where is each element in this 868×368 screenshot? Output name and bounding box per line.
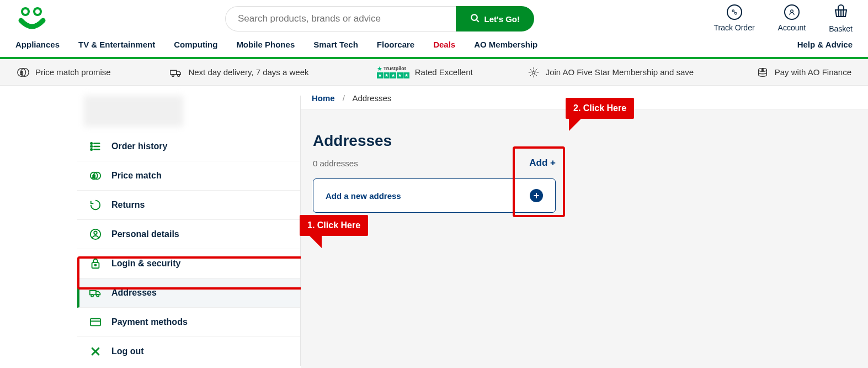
track-icon bbox=[727, 4, 742, 20]
nav-smart[interactable]: Smart Tech bbox=[313, 40, 358, 49]
nav-deals[interactable]: Deals bbox=[433, 40, 455, 49]
svg-rect-38 bbox=[90, 319, 100, 326]
ao-logo[interactable] bbox=[15, 5, 49, 33]
sidebar-item-label: Order history bbox=[111, 141, 167, 151]
svg-point-18 bbox=[178, 74, 180, 76]
search-input[interactable] bbox=[225, 6, 456, 31]
promo-finance[interactable]: £ Pay with AO Finance bbox=[703, 67, 851, 78]
sidebar-item-logout[interactable]: Log out bbox=[77, 337, 300, 366]
trustpilot-badge: ★Trustpilot ★★★★★ bbox=[377, 66, 409, 78]
sidebar-item-label: Log out bbox=[111, 346, 144, 356]
svg-point-26 bbox=[90, 149, 92, 150]
sidebar-item-price-match[interactable]: £ Price match bbox=[77, 161, 300, 191]
sidebar-item-payment-methods[interactable]: Payment methods bbox=[77, 308, 300, 337]
nav-help[interactable]: Help & Advice bbox=[797, 40, 853, 49]
nav-floorcare[interactable]: Floorcare bbox=[377, 40, 414, 49]
annotation-callout-1: 1. Click Here bbox=[300, 215, 368, 236]
sidebar-item-personal-details[interactable]: Personal details bbox=[77, 220, 300, 249]
person-icon bbox=[89, 228, 102, 240]
svg-text:£: £ bbox=[93, 174, 95, 179]
track-order-link[interactable]: Track Order bbox=[713, 4, 754, 33]
sidebar-item-login-security[interactable]: Login & security bbox=[77, 249, 300, 278]
svg-point-22 bbox=[90, 143, 92, 144]
promo-membership[interactable]: Join AO Five Star Membership and save bbox=[518, 67, 703, 78]
sidebar-item-label: Returns bbox=[111, 200, 145, 210]
svg-point-36 bbox=[91, 295, 93, 297]
promo-trustpilot-label: Rated Excellent bbox=[415, 67, 473, 77]
sidebar-item-label: Price match bbox=[111, 171, 162, 181]
promo-trustpilot[interactable]: ★Trustpilot ★★★★★ Rated Excellent bbox=[332, 66, 518, 78]
plus-circle-icon: + bbox=[530, 189, 543, 202]
account-icon bbox=[784, 4, 800, 20]
sidebar-item-label: Login & security bbox=[111, 259, 180, 269]
user-name-block bbox=[84, 96, 183, 127]
page-title: Addresses bbox=[313, 132, 856, 150]
returns-icon bbox=[89, 199, 102, 211]
truck-icon bbox=[89, 287, 102, 299]
search-button-label: Let's Go! bbox=[484, 14, 520, 24]
basket-label: Basket bbox=[829, 24, 853, 33]
svg-point-32 bbox=[94, 232, 97, 235]
search-button[interactable]: Let's Go! bbox=[456, 6, 534, 31]
add-address-link[interactable]: Add + bbox=[529, 157, 556, 169]
track-order-label: Track Order bbox=[713, 23, 754, 32]
lock-icon bbox=[89, 257, 102, 270]
svg-rect-16 bbox=[171, 70, 177, 74]
svg-point-17 bbox=[172, 74, 174, 76]
price-match-icon: £ bbox=[89, 170, 102, 182]
nav-membership[interactable]: AO Membership bbox=[474, 40, 537, 49]
svg-point-3 bbox=[35, 9, 40, 14]
close-icon bbox=[89, 345, 102, 358]
promo-delivery[interactable]: Next day delivery, 7 days a week bbox=[146, 67, 332, 78]
card-icon bbox=[89, 316, 102, 328]
breadcrumb-home[interactable]: Home bbox=[312, 93, 335, 103]
svg-line-5 bbox=[476, 19, 479, 22]
nav-mobile[interactable]: Mobile Phones bbox=[236, 40, 295, 49]
svg-point-1 bbox=[23, 9, 28, 14]
add-card-label: Add a new address bbox=[326, 191, 401, 201]
nav-tv[interactable]: TV & Entertainment bbox=[78, 40, 155, 49]
promo-delivery-label: Next day delivery, 7 days a week bbox=[188, 67, 308, 77]
delivery-icon bbox=[169, 67, 183, 78]
basket-link[interactable]: Basket bbox=[829, 4, 853, 33]
account-link[interactable]: Account bbox=[778, 4, 806, 33]
svg-point-24 bbox=[90, 146, 92, 148]
basket-icon bbox=[833, 4, 849, 21]
sidebar-item-order-history[interactable]: Order history bbox=[77, 132, 300, 161]
nav-computing[interactable]: Computing bbox=[174, 40, 217, 49]
price-match-icon: £ bbox=[17, 67, 30, 78]
search-icon bbox=[470, 13, 480, 25]
breadcrumb-separator: / bbox=[343, 93, 345, 103]
promo-price-match-label: Price match promise bbox=[35, 67, 111, 77]
sidebar-item-label: Payment methods bbox=[111, 317, 188, 327]
nav-appliances[interactable]: Appliances bbox=[15, 40, 60, 49]
svg-point-37 bbox=[97, 295, 99, 297]
add-new-address-card[interactable]: Add a new address + bbox=[313, 178, 556, 213]
sidebar-item-returns[interactable]: Returns bbox=[77, 191, 300, 220]
star-burst-icon bbox=[527, 67, 540, 78]
sidebar-item-label: Addresses bbox=[111, 288, 157, 298]
svg-point-8 bbox=[791, 10, 794, 13]
annotation-callout-2: 2. Click Here bbox=[566, 98, 634, 119]
list-icon bbox=[89, 140, 102, 153]
promo-membership-label: Join AO Five Star Membership and save bbox=[546, 67, 694, 77]
svg-point-34 bbox=[95, 264, 97, 266]
account-label: Account bbox=[778, 23, 806, 32]
promo-finance-label: Pay with AO Finance bbox=[775, 67, 851, 77]
promo-price-match[interactable]: £ Price match promise bbox=[17, 67, 146, 78]
svg-rect-35 bbox=[90, 291, 96, 295]
breadcrumb-current: Addresses bbox=[352, 93, 391, 103]
svg-text:£: £ bbox=[20, 70, 23, 75]
sidebar-item-label: Personal details bbox=[111, 229, 179, 239]
svg-point-4 bbox=[471, 14, 477, 20]
svg-text:£: £ bbox=[762, 68, 764, 72]
svg-marker-19 bbox=[531, 70, 535, 74]
sidebar-item-addresses[interactable]: Addresses bbox=[77, 278, 300, 308]
finance-icon: £ bbox=[756, 67, 769, 78]
address-count: 0 addresses bbox=[313, 159, 358, 168]
